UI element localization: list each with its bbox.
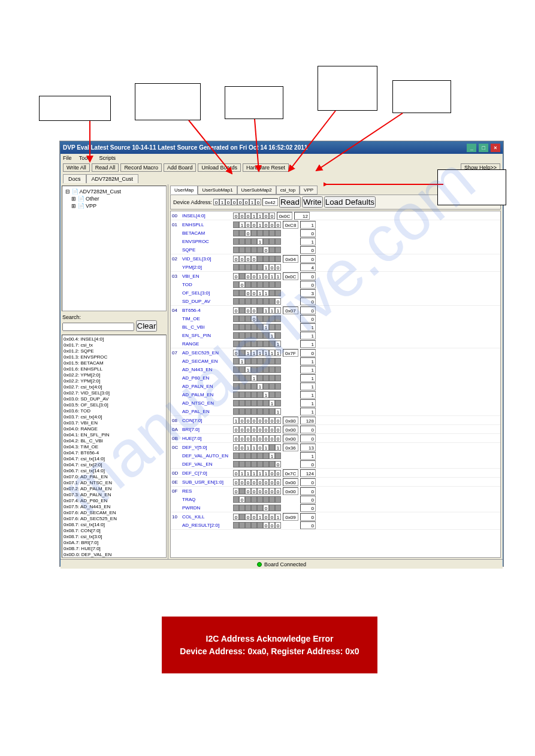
reg-name[interactable]: AD_N443_EN	[182, 367, 231, 372]
bit-cell[interactable]: 1	[263, 350, 269, 356]
reg-name[interactable]: SD_DUP_AV	[182, 299, 231, 304]
bit-cell[interactable]: 1	[239, 470, 245, 476]
bit-cell[interactable]: 1	[257, 273, 263, 280]
bit-cell[interactable]: 1	[275, 408, 281, 415]
bit-cell[interactable]: 1	[263, 290, 269, 296]
bit-cell[interactable]: 1	[251, 470, 257, 476]
bit-cell[interactable]: 0	[239, 435, 245, 442]
bit-cell[interactable]: 0	[263, 505, 269, 511]
bit-cell[interactable]: 0	[275, 417, 281, 424]
bit-cell[interactable]: 0	[233, 273, 239, 280]
reg-name[interactable]: YPM[2:0]	[182, 265, 231, 270]
bit-cell[interactable]: 0	[245, 256, 251, 262]
bit-cell[interactable]: 1	[257, 350, 263, 356]
bit-cell[interactable]: 1	[245, 366, 251, 373]
bit-cell[interactable]: 1	[257, 290, 263, 296]
search-result-item[interactable]: 0x00.4: INSEL[4:0]	[64, 336, 165, 342]
search-results-list[interactable]: 0x00.4: INSEL[4:0]0x01.7: csi_tx0x01.2: …	[62, 335, 167, 558]
reg-name[interactable]: AD_RESULT[2:0]	[182, 523, 231, 528]
search-result-item[interactable]: 0x03.0: SD_DUP_AV	[64, 396, 165, 402]
search-result-item[interactable]: 0x07.2: AD_PALM_EN	[64, 486, 165, 492]
search-result-item[interactable]: 0x0D.0: DEF_VAL_EN	[64, 552, 165, 558]
search-result-item[interactable]: 0x04.1: EN_SFL_PIN	[64, 432, 165, 438]
reg-name[interactable]: BL_C_VBI	[182, 324, 231, 330]
bit-cell[interactable]: 0	[263, 479, 269, 485]
bit-cell[interactable]: 0	[245, 435, 251, 442]
bit-cell[interactable]: 1	[263, 391, 269, 398]
bit-cell[interactable]: 0	[275, 435, 281, 442]
bit-cell[interactable]: 1	[263, 470, 269, 476]
reg-name[interactable]: SUB_USR_EN[1:0]	[182, 479, 231, 485]
reg-name[interactable]: VID_SEL[3:0]	[182, 256, 231, 262]
search-result-item[interactable]: 0x04.3: TIM_OE	[64, 444, 165, 450]
bit-cell[interactable]: 0	[233, 307, 239, 314]
search-result-item[interactable]: 0x06.7: csi_tx[14:0]	[64, 468, 165, 474]
reg-name[interactable]: VBI_EN	[182, 274, 231, 279]
bit-cell[interactable]: 1	[257, 383, 263, 390]
reg-name[interactable]: SQPE	[182, 247, 231, 253]
bit-cell[interactable]: 1	[263, 444, 269, 451]
bit-cell[interactable]: 1	[269, 332, 275, 339]
search-result-item[interactable]: 0x07.4: AD_P60_EN	[64, 498, 165, 504]
reg-name[interactable]: AD_NTSC_EN	[182, 400, 231, 406]
bit-cell[interactable]: 0	[233, 488, 239, 494]
search-result-item[interactable]: 0x02.2: YPM[2:0]	[64, 372, 165, 378]
bit-cell[interactable]: 0	[269, 417, 275, 424]
reg-name[interactable]: AD_SEC525_EN	[182, 350, 231, 356]
bit-cell[interactable]: 0	[239, 417, 245, 424]
search-result-item[interactable]: 0x01.7: csi_tx	[64, 342, 165, 348]
search-result-item[interactable]: 0x07.1: AD_NTSC_EN	[64, 480, 165, 486]
bit-cell[interactable]: 0	[245, 426, 251, 433]
bit-cell[interactable]: 0	[269, 426, 275, 433]
search-result-item[interactable]: 0x08.7: csi_tx[14:0]	[64, 522, 165, 528]
reg-name[interactable]: TRAQ	[182, 497, 231, 502]
bit-cell[interactable]: 1	[263, 307, 269, 314]
search-result-item[interactable]: 0x0B.7: HUE[7:0]	[64, 546, 165, 552]
reg-name[interactable]: AD_PALN_EN	[182, 384, 231, 389]
reg-name[interactable]: BRI[7:0]	[182, 427, 231, 432]
bit-cell[interactable]: 0	[233, 426, 239, 433]
bit-cell[interactable]: 1	[269, 400, 275, 406]
bit-cell[interactable]: 1	[275, 341, 281, 347]
bit-cell[interactable]: 0	[233, 256, 239, 262]
search-result-item[interactable]: 0x04.7: BT656-4	[64, 450, 165, 456]
bit-cell[interactable]: 0	[239, 479, 245, 485]
bit-cell[interactable]: 0	[275, 426, 281, 433]
search-result-item[interactable]: 0x08.7: csi_tx[3:0]	[64, 534, 165, 540]
reg-name[interactable]: TIM_OE	[182, 316, 231, 321]
bit-cell[interactable]: 1	[245, 470, 251, 476]
search-result-item[interactable]: 0x03.7: VBI_EN	[64, 420, 165, 426]
bit-cell[interactable]: 0	[251, 273, 257, 280]
reg-name[interactable]: EN_SFL_PIN	[182, 333, 231, 338]
bit-cell[interactable]: 0	[257, 417, 263, 424]
bit-cell[interactable]: 0	[263, 522, 269, 529]
bit-cell[interactable]: 0	[251, 417, 257, 424]
bit-cell[interactable]: 1	[257, 470, 263, 476]
bit-cell[interactable]: 0	[233, 350, 239, 356]
bit-cell[interactable]: 1	[245, 350, 251, 356]
bit-cell[interactable]: 0	[269, 264, 275, 271]
reg-name[interactable]: DEF_C[7:0]	[182, 470, 231, 476]
bit-cell[interactable]: 0	[233, 444, 239, 451]
reg-name[interactable]: DEF_Y[5:0]	[182, 445, 231, 450]
bit-cell[interactable]: 0	[251, 435, 257, 442]
bit-cell[interactable]: 1	[269, 350, 275, 356]
bit-cell[interactable]: 0	[263, 435, 269, 442]
reg-name[interactable]: AD_PALM_EN	[182, 392, 231, 397]
bit-cell[interactable]: 1	[263, 324, 269, 330]
bit-cell[interactable]: 1	[269, 307, 275, 314]
bit-cell[interactable]: 0	[263, 488, 269, 494]
search-result-item[interactable]: 0x01.3: ENVSPROC	[64, 354, 165, 360]
search-result-item[interactable]: 0x07.6: AD_SEC525_EN	[64, 516, 165, 522]
bit-cell[interactable]: 1	[251, 350, 257, 356]
bit-cell[interactable]: 0	[257, 435, 263, 442]
bit-cell[interactable]: 0	[269, 470, 275, 476]
bit-cell[interactable]: 0	[275, 298, 281, 305]
bit-cell[interactable]: 0	[251, 315, 257, 322]
search-result-item[interactable]: 0x01.5: BETACAM	[64, 360, 165, 366]
reg-name[interactable]: CON[7:0]	[182, 418, 231, 423]
bit-cell[interactable]: 0	[257, 426, 263, 433]
bit-cell[interactable]: 0	[239, 426, 245, 433]
bit-cell[interactable]: 0	[251, 290, 257, 296]
bit-cell[interactable]: 1	[275, 514, 281, 520]
